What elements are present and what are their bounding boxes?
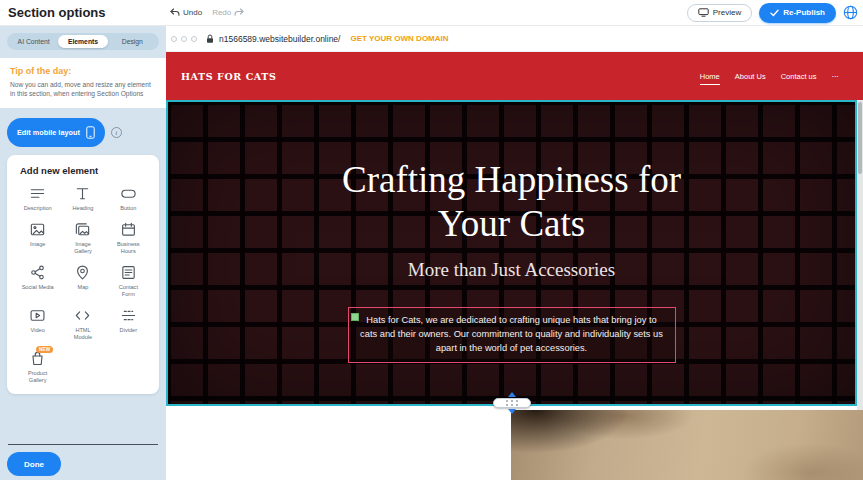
cat-photo <box>511 410 863 480</box>
element-tile-image-gallery[interactable]: Image Gallery <box>60 221 105 255</box>
preview-button[interactable]: Preview <box>687 4 752 22</box>
undo-label: Undo <box>183 8 202 17</box>
lock-icon <box>206 34 214 44</box>
button-icon <box>120 185 137 202</box>
element-drag-handle[interactable] <box>351 313 359 321</box>
sidebar: AI Content Elements Design Tip of the da… <box>0 26 166 480</box>
add-element-title: Add new element <box>20 165 151 176</box>
done-button[interactable]: Done <box>7 452 61 476</box>
hero-subheading[interactable]: More than Just Accessories <box>408 259 615 281</box>
republish-button[interactable]: Re-Publish <box>759 3 836 23</box>
element-tile-button[interactable]: Button <box>106 185 151 212</box>
calendar-icon <box>120 221 137 238</box>
element-tile-product-gallery[interactable]: NEW Product Gallery <box>15 350 60 384</box>
resize-arrow-down-icon <box>508 409 516 414</box>
nav-home[interactable]: Home <box>700 72 720 85</box>
heading-icon <box>74 185 91 202</box>
element-tile-contact-form[interactable]: Contact Form <box>106 264 151 298</box>
text-lines-icon <box>29 185 46 202</box>
element-tile-heading[interactable]: Heading <box>60 185 105 212</box>
page-title: Section options <box>8 5 106 20</box>
language-globe-icon[interactable] <box>843 5 858 20</box>
map-pin-icon <box>74 264 91 281</box>
add-element-panel: Add new element Description Heading Butt… <box>7 155 159 394</box>
code-icon <box>74 307 91 324</box>
site-header[interactable]: HATS FOR CATS Home About Us Contact us ⋯ <box>166 52 863 100</box>
window-dot <box>191 36 197 42</box>
site-logo[interactable]: HATS FOR CATS <box>181 71 276 82</box>
monitor-icon <box>698 8 709 17</box>
preview-label: Preview <box>713 8 741 17</box>
hero-heading[interactable]: Crafting Happiness for Your Cats <box>342 158 681 245</box>
history-controls: Undo Redo <box>170 8 244 17</box>
website-builder-app: Section options Undo Redo <box>0 0 863 480</box>
window-dot <box>181 36 187 42</box>
element-tile-divider[interactable]: Divider <box>106 307 151 341</box>
nav-more-icon[interactable]: ⋯ <box>832 72 840 81</box>
hero-paragraph: Hats for Cats, we are dedicated to craft… <box>358 314 666 356</box>
tab-elements[interactable]: Elements <box>58 35 107 48</box>
resize-arrow-up-icon <box>508 392 516 397</box>
sidebar-footer: Done <box>0 444 166 480</box>
check-icon <box>770 9 779 17</box>
tip-of-the-day: Tip of the day: Now you can add, move an… <box>0 58 166 108</box>
site-preview-stage: n1566589.websitebuilder.online/ GET YOUR… <box>166 26 863 480</box>
mobile-layout-row: Edit mobile layout i <box>7 118 159 147</box>
element-tile-image[interactable]: Image <box>15 221 60 255</box>
footer-divider <box>8 444 158 446</box>
topbar: Section options Undo Redo <box>0 0 863 26</box>
topbar-actions: Preview Re-Publish <box>687 3 858 23</box>
share-icon <box>29 264 46 281</box>
redo-icon <box>234 8 244 17</box>
phone-icon <box>86 126 95 139</box>
resize-grip[interactable] <box>493 398 531 408</box>
browser-bar: n1566589.websitebuilder.online/ GET YOUR… <box>166 26 863 52</box>
divider-icon <box>120 307 137 324</box>
republish-label: Re-Publish <box>783 8 825 17</box>
window-dot <box>171 36 177 42</box>
edit-mobile-layout-label: Edit mobile layout <box>17 128 80 137</box>
site-url: n1566589.websitebuilder.online/ <box>219 34 340 44</box>
element-tile-map[interactable]: Map <box>60 264 105 298</box>
hero-section[interactable]: Crafting Happiness for Your Cats More th… <box>166 100 857 406</box>
form-icon <box>120 264 137 281</box>
undo-icon <box>170 8 180 17</box>
info-icon[interactable]: i <box>111 127 122 138</box>
hero-paragraph-element[interactable]: Hats for Cats, we are dedicated to craft… <box>348 307 676 363</box>
edit-mobile-layout-button[interactable]: Edit mobile layout <box>7 118 105 147</box>
image-icon <box>29 221 46 238</box>
element-tile-social-media[interactable]: Social Media <box>15 264 60 298</box>
scrollbar-thumb[interactable] <box>858 102 862 174</box>
nav-contact-us[interactable]: Contact us <box>781 72 817 81</box>
tip-body: Now you can add, move and resize any ele… <box>10 80 156 98</box>
element-tile-html-module[interactable]: HTML Module <box>60 307 105 341</box>
redo-label: Redo <box>212 8 231 17</box>
element-tile-business-hours[interactable]: Business Hours <box>106 221 151 255</box>
nav-about-us[interactable]: About Us <box>735 72 766 81</box>
sidebar-tabs: AI Content Elements Design <box>7 33 159 50</box>
image-gallery-icon <box>74 221 91 238</box>
element-grid: Description Heading Button I <box>15 185 151 384</box>
section-resize-handle[interactable] <box>491 392 533 414</box>
window-dots <box>171 36 197 42</box>
get-domain-link[interactable]: GET YOUR OWN DOMAIN <box>350 34 448 43</box>
tab-design[interactable]: Design <box>108 35 157 48</box>
site-nav: Home About Us Contact us ⋯ <box>700 72 839 81</box>
redo-button[interactable]: Redo <box>212 8 244 17</box>
undo-button[interactable]: Undo <box>170 8 202 17</box>
element-tile-description[interactable]: Description <box>15 185 60 212</box>
video-icon <box>29 307 46 324</box>
tip-title: Tip of the day: <box>10 66 156 76</box>
new-badge: NEW <box>36 346 53 353</box>
element-tile-video[interactable]: Video <box>15 307 60 341</box>
tab-ai-content[interactable]: AI Content <box>9 35 58 48</box>
